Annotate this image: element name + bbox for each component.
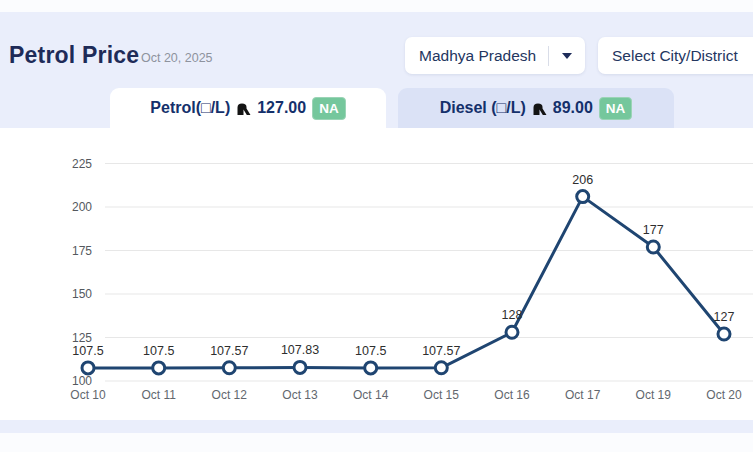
svg-text:107.5: 107.5 (143, 344, 174, 358)
svg-text:206: 206 (572, 173, 593, 187)
chart-card: 225200175150125100107.5107.5107.57107.83… (8, 128, 753, 420)
tab-diesel[interactable]: Diesel (□/L) 89.00 NA (398, 88, 674, 128)
svg-text:Oct 16: Oct 16 (494, 388, 530, 402)
svg-text:127: 127 (714, 310, 735, 324)
svg-text:Oct 17: Oct 17 (565, 388, 601, 402)
svg-text:Oct 14: Oct 14 (353, 388, 389, 402)
na-badge: NA (599, 97, 633, 120)
state-dropdown-value: Madhya Pradesh (405, 47, 548, 65)
tab-petrol-label: Petrol(□/L) (150, 99, 230, 117)
tab-diesel-price: 89.00 (553, 99, 593, 117)
svg-text:125: 125 (72, 331, 92, 345)
svg-text:175: 175 (72, 244, 92, 258)
caret-down-icon (562, 53, 572, 59)
svg-text:177: 177 (643, 223, 664, 237)
bottom-area (0, 433, 753, 452)
svg-text:107.83: 107.83 (281, 343, 319, 357)
top-strip (0, 0, 753, 12)
tab-petrol-price: 127.00 (257, 99, 306, 117)
svg-text:128: 128 (502, 308, 523, 322)
rupee-icon (236, 102, 251, 116)
svg-text:100: 100 (72, 374, 92, 388)
tab-petrol[interactable]: Petrol(□/L) 127.00 NA (110, 88, 386, 128)
svg-text:225: 225 (72, 157, 92, 171)
svg-text:Oct 13: Oct 13 (282, 388, 318, 402)
price-chart: 225200175150125100107.5107.5107.57107.83… (8, 128, 753, 420)
dropdown-divider (548, 46, 549, 66)
page-title: Petrol Price (9, 42, 139, 69)
svg-text:107.5: 107.5 (72, 344, 103, 358)
city-dropdown-placeholder: Select City/District (598, 47, 753, 65)
svg-text:Oct 12: Oct 12 (212, 388, 248, 402)
city-dropdown[interactable]: Select City/District (598, 37, 753, 74)
svg-text:Oct 20: Oct 20 (706, 388, 742, 402)
svg-text:107.5: 107.5 (355, 344, 386, 358)
rupee-icon (532, 102, 547, 116)
svg-text:107.57: 107.57 (422, 344, 460, 358)
bottom-band (0, 420, 753, 433)
svg-text:200: 200 (72, 200, 92, 214)
na-badge: NA (312, 97, 346, 120)
svg-text:150: 150 (72, 287, 92, 301)
svg-text:Oct 19: Oct 19 (636, 388, 672, 402)
svg-text:Oct 11: Oct 11 (141, 388, 176, 402)
tab-diesel-label: Diesel (□/L) (440, 99, 526, 117)
state-dropdown[interactable]: Madhya Pradesh (405, 37, 585, 74)
svg-text:Oct 10: Oct 10 (70, 388, 106, 402)
date-label: Oct 20, 2025 (141, 51, 213, 65)
svg-text:107.57: 107.57 (210, 344, 248, 358)
svg-text:Oct 15: Oct 15 (424, 388, 460, 402)
